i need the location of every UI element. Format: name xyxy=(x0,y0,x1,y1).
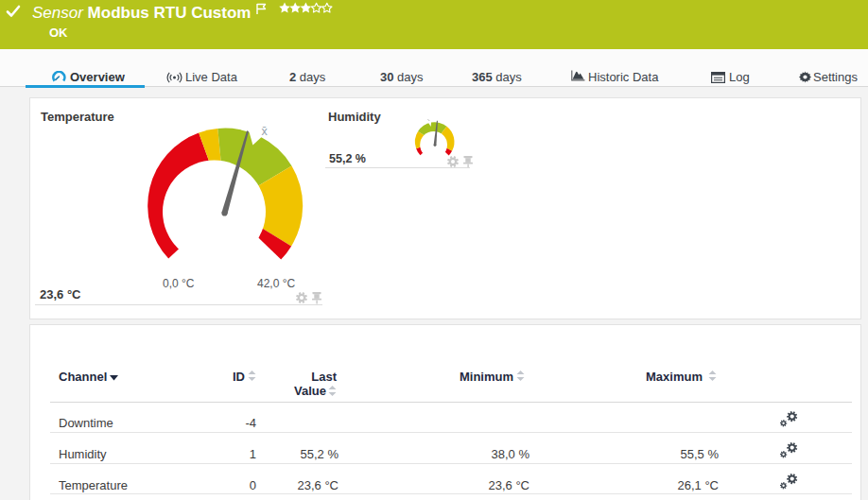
svg-text:x̄: x̄ xyxy=(262,125,269,138)
